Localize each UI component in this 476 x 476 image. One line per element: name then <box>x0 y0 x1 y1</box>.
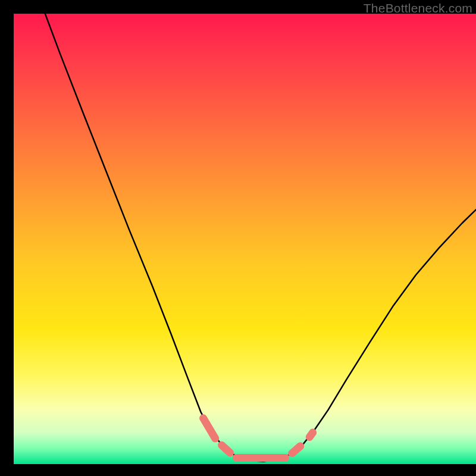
marker-segment <box>292 446 300 453</box>
chart-plot-area <box>14 14 476 464</box>
chart-frame: TheBottleneck.com <box>14 0 476 464</box>
marker-segment <box>309 433 312 437</box>
gradient-background <box>14 14 476 464</box>
chart-svg <box>14 14 476 464</box>
